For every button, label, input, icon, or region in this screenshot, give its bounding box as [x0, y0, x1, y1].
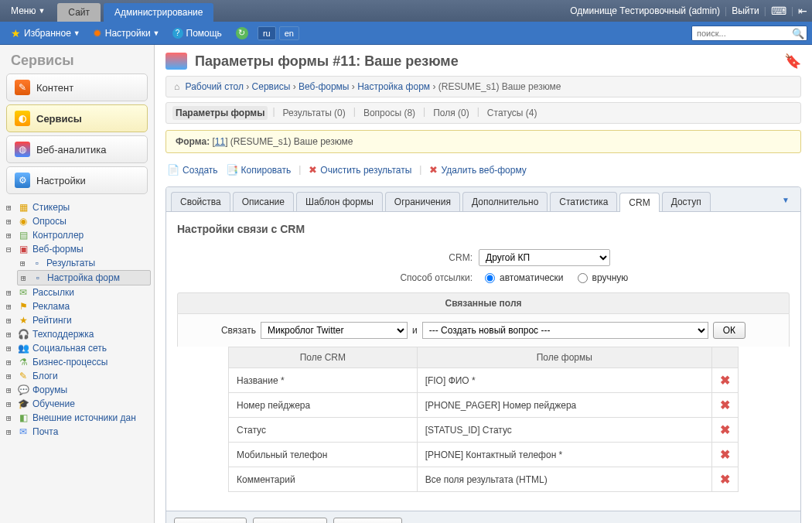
- breadcrumb-services[interactable]: Сервисы: [252, 81, 291, 92]
- footer-buttons: Сохранить Применить Отменить: [166, 511, 800, 523]
- lang-ru[interactable]: ru: [258, 26, 276, 40]
- keyboard-icon[interactable]: ⌨: [766, 5, 791, 17]
- sidebar: Сервисы ✎Контент ◐Сервисы ◍Веб-аналитика…: [0, 45, 155, 523]
- breadcrumb-setup[interactable]: Настройка форм: [357, 81, 430, 92]
- tree-polls[interactable]: ⊞◉Опросы: [3, 214, 151, 228]
- link-select-form[interactable]: --- Создать новый вопрос ---: [422, 322, 708, 339]
- radio-manual[interactable]: [578, 273, 588, 283]
- subtab-params[interactable]: Параметры формы: [172, 106, 268, 120]
- tab-admin[interactable]: Администрирование: [104, 3, 213, 22]
- table-row: Мобильный телефон[PHONE] Контактный теле…: [229, 443, 739, 467]
- delete-row-icon[interactable]: ✖: [712, 418, 739, 443]
- tree-results[interactable]: ⊞▫Результаты: [17, 256, 151, 270]
- th-crm: Поле CRM: [229, 347, 418, 368]
- content-icon: ✎: [15, 80, 30, 95]
- menu-button[interactable]: Меню▼: [0, 0, 56, 22]
- delete-row-icon[interactable]: ✖: [712, 393, 739, 418]
- nav-services[interactable]: ◐Сервисы: [6, 104, 148, 132]
- apply-button[interactable]: Применить: [253, 518, 327, 523]
- help-icon: ?: [172, 28, 183, 39]
- settings-icon: ⚙: [15, 173, 30, 188]
- user-label: Одминище Тестировочный (admin): [565, 5, 725, 16]
- crm-select[interactable]: Другой КП: [479, 249, 610, 266]
- section-linked-fields: Связанные поля: [177, 292, 790, 314]
- tab-desc[interactable]: Описание: [233, 192, 294, 211]
- nav-analytics[interactable]: ◍Веб-аналитика: [6, 135, 148, 163]
- tree-ads[interactable]: ⊞⚑Реклама: [3, 299, 151, 313]
- tabbox: Свойства Описание Шаблон формы Ограничен…: [165, 186, 801, 523]
- toolbar-copy[interactable]: 📑Копировать: [226, 164, 292, 176]
- chevron-down-icon: ▼: [73, 29, 80, 37]
- link-row: Связать Микроблог Twitter и --- Создать …: [177, 314, 790, 347]
- gear-icon: ✹: [93, 27, 102, 39]
- tree-social[interactable]: ⊞👥Социальная сеть: [3, 341, 151, 355]
- bookmark-icon[interactable]: 🔖: [784, 53, 801, 69]
- tree-webforms[interactable]: ⊟▣Веб-формы: [3, 242, 151, 256]
- tree-formsetup[interactable]: ⊞▫Настройка форм: [17, 270, 151, 285]
- subtab-questions[interactable]: Вопросы (8): [360, 106, 418, 120]
- delete-row-icon[interactable]: ✖: [712, 443, 739, 467]
- home-icon: ⌂: [174, 81, 179, 92]
- breadcrumb-home[interactable]: Рабочий стол: [186, 81, 244, 92]
- breadcrumb-current: (RESUME_s1) Ваше резюме: [438, 81, 561, 92]
- logout-link[interactable]: Выйти: [727, 5, 764, 16]
- settings-menu[interactable]: ✹ Настройки ▼: [87, 22, 166, 44]
- tree-ratings[interactable]: ⊞★Рейтинги: [3, 313, 151, 327]
- tree-controller[interactable]: ⊞▤Контроллер: [3, 228, 151, 242]
- breadcrumb: ⌂ Рабочий стол › Сервисы › Веб-формы › Н…: [165, 76, 801, 97]
- tab-crm[interactable]: CRM: [619, 193, 659, 212]
- radio-auto[interactable]: [485, 273, 495, 283]
- form-id-link[interactable]: 11: [215, 136, 225, 147]
- tree-support[interactable]: ⊞🎧Техподдержка: [3, 327, 151, 341]
- nav-settings[interactable]: ⚙Настройки: [6, 166, 148, 194]
- subtab-results[interactable]: Результаты (0): [280, 106, 349, 120]
- search-input[interactable]: [691, 26, 807, 41]
- help-menu[interactable]: ? Помощь: [166, 22, 228, 44]
- chevron-down-icon: ▼: [38, 7, 45, 15]
- toolbar-delete[interactable]: ✖Удалить веб-форму: [429, 164, 526, 176]
- tab-additional[interactable]: Дополнительно: [462, 192, 548, 211]
- tab-stats[interactable]: Статистика: [550, 192, 617, 211]
- delete-row-icon[interactable]: ✖: [712, 467, 739, 492]
- toolbar-clear[interactable]: ✖Очистить результаты: [309, 164, 411, 176]
- tree-bizproc[interactable]: ⊞⚗Бизнес-процессы: [3, 355, 151, 369]
- tab-template[interactable]: Шаблон формы: [296, 192, 383, 211]
- tabstrip: Свойства Описание Шаблон формы Ограничен…: [166, 187, 800, 212]
- tree-forums[interactable]: ⊞💬Форумы: [3, 383, 151, 397]
- link-select-crm[interactable]: Микроблог Twitter: [261, 322, 408, 339]
- subtab-statuses[interactable]: Статусы (4): [484, 106, 541, 120]
- toolbar-create[interactable]: 📄Создать: [167, 164, 218, 176]
- tree-external[interactable]: ⊞◧Внешние источники дан: [3, 411, 151, 425]
- breadcrumb-webforms[interactable]: Веб-формы: [299, 81, 350, 92]
- pin-icon[interactable]: ⇤: [793, 5, 812, 17]
- tab-limits[interactable]: Ограничения: [385, 192, 460, 211]
- link-ok-button[interactable]: ОК: [713, 322, 745, 339]
- tab-site[interactable]: Сайт: [57, 3, 101, 22]
- crm-heading: Настройки связи с CRM: [177, 223, 790, 235]
- tree-mailings[interactable]: ⊞✉Рассылки: [3, 285, 151, 299]
- save-button[interactable]: Сохранить: [174, 518, 247, 523]
- delete-icon: ✖: [429, 164, 438, 176]
- subtab-fields[interactable]: Поля (0): [430, 106, 473, 120]
- topbar: Меню▼ Сайт Администрирование Одминище Те…: [0, 0, 812, 22]
- tree-stickers[interactable]: ⊞▦Стикеры: [3, 200, 151, 214]
- cancel-button[interactable]: Отменить: [333, 518, 402, 523]
- sidebar-title: Сервисы: [0, 45, 154, 73]
- table-row: КомментарийВсе поля результата (HTML)✖: [229, 467, 739, 492]
- table-row: Номер пейджера[PHONE_PAGER] Номер пейдже…: [229, 393, 739, 418]
- delete-row-icon[interactable]: ✖: [712, 368, 739, 393]
- favorites-menu[interactable]: ★ Избранное ▼: [5, 22, 87, 44]
- tabbox-toggle[interactable]: ▼: [776, 192, 796, 211]
- lang-en[interactable]: en: [279, 26, 299, 40]
- nav-content[interactable]: ✎Контент: [6, 73, 148, 101]
- search-icon[interactable]: 🔍: [792, 28, 804, 39]
- linked-fields-table: Поле CRM Поле формы Название *[FIO] ФИО …: [228, 347, 739, 492]
- reload-icon[interactable]: ↻: [236, 27, 248, 39]
- tree-learning[interactable]: ⊞🎓Обучение: [3, 397, 151, 411]
- table-row: Статус[STATUS_ID] Статус✖: [229, 418, 739, 443]
- tree-mail[interactable]: ⊞✉Почта: [3, 425, 151, 439]
- tree-blogs[interactable]: ⊞✎Блоги: [3, 369, 151, 383]
- tab-access[interactable]: Доступ: [662, 192, 711, 211]
- page-icon: [165, 53, 187, 70]
- tab-props[interactable]: Свойства: [171, 192, 230, 211]
